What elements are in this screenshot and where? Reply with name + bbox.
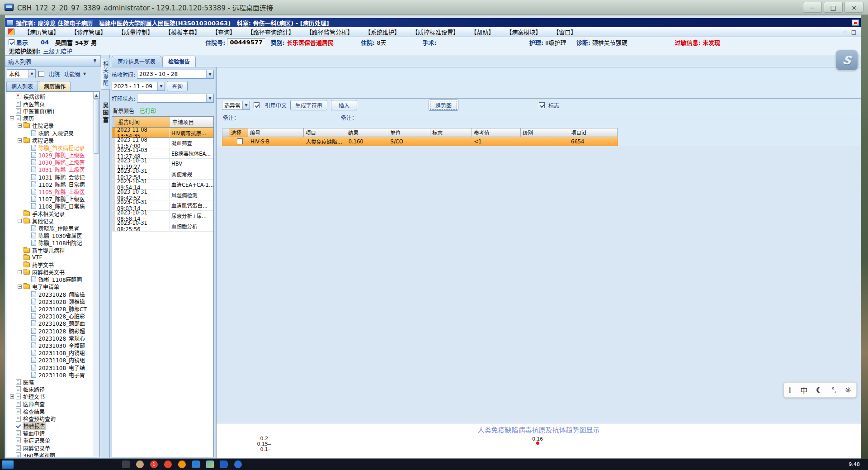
insert-button[interactable]: 插入 bbox=[331, 100, 357, 110]
tree-item[interactable]: −住院记录 bbox=[6, 122, 93, 129]
start-button-icon[interactable] bbox=[2, 461, 14, 469]
scroll-up-icon[interactable]: ▲ bbox=[93, 92, 99, 99]
result-column-header[interactable]: 项目 bbox=[304, 128, 346, 137]
tab-patient-list[interactable]: 病人列表 bbox=[6, 81, 38, 91]
taskbar-avatar-icon[interactable] bbox=[136, 461, 144, 468]
result-column-header[interactable]: 级别 bbox=[521, 128, 569, 137]
text-cursor-icon[interactable]: I bbox=[788, 385, 792, 395]
tree-item[interactable]: 医嘱 bbox=[6, 378, 93, 385]
date-to-picker[interactable]: 2023 - 11 - 09▼ bbox=[112, 82, 165, 91]
collapse-icon[interactable]: − bbox=[18, 285, 22, 289]
tree-item[interactable]: 钱彬_1108麻醉同 bbox=[6, 276, 93, 283]
menu-item[interactable]: 【质量控制】 bbox=[112, 28, 159, 36]
collapse-icon[interactable]: − bbox=[18, 138, 22, 142]
collapse-icon[interactable]: − bbox=[18, 123, 22, 128]
tree-item[interactable]: 重症记录单 bbox=[6, 437, 93, 444]
tree-item[interactable]: 20231028_颅脑磁 bbox=[6, 290, 93, 298]
pin-icon[interactable] bbox=[92, 58, 98, 64]
tree-item[interactable]: 1105_陈鹏_上级医 bbox=[6, 188, 93, 195]
mdi-minimize-icon[interactable]: ─ bbox=[843, 29, 846, 35]
result-column-header[interactable]: 单位 bbox=[388, 128, 430, 137]
date-from-picker[interactable]: 2023 - 10 - 28▼ bbox=[137, 70, 214, 79]
tree-item[interactable]: 检查预约查询 bbox=[6, 415, 93, 422]
tree-item[interactable]: 中医首页(新) bbox=[6, 107, 93, 114]
result-row[interactable]: HIV-S-B人类免疫缺陷...0.160S/CO<16654 bbox=[222, 137, 618, 146]
tree-item[interactable]: 手术相关记录 bbox=[6, 210, 93, 217]
mdi-restore-icon[interactable]: □ bbox=[851, 29, 856, 35]
result-column-header[interactable]: 编号 bbox=[248, 128, 304, 137]
menu-item[interactable]: 【系统维护】 bbox=[359, 28, 406, 36]
tab-lab-report[interactable]: 检验报告 bbox=[162, 56, 196, 67]
flag-checkbox[interactable] bbox=[539, 102, 545, 108]
print-status-select[interactable]: ▼ bbox=[137, 94, 214, 103]
menu-item[interactable]: 【窗口】 bbox=[547, 28, 582, 36]
request-item-header[interactable]: 申请项目 bbox=[170, 117, 213, 127]
result-column-header[interactable]: 选择 bbox=[229, 128, 248, 137]
collapse-icon[interactable]: − bbox=[10, 116, 14, 120]
tree-item[interactable]: 1102_陈鹏_日常病 bbox=[6, 180, 93, 188]
tree-item[interactable]: −病程记录 bbox=[6, 137, 93, 144]
generate-string-button[interactable]: 生成字符串 bbox=[290, 100, 327, 110]
department-select[interactable]: 本科▼ bbox=[7, 69, 36, 78]
tree-item[interactable]: 陈鹏_1108出院记 bbox=[6, 239, 93, 247]
tree-item[interactable]: 1108_陈鹏_日常病 bbox=[6, 203, 93, 210]
menu-item[interactable]: 【查询】 bbox=[206, 28, 241, 36]
menu-item[interactable]: 【路径查询统计】 bbox=[241, 28, 300, 36]
tree-item[interactable]: 临床路径 bbox=[6, 386, 93, 393]
tree-item[interactable]: 检查结果 bbox=[6, 408, 93, 415]
result-column-header[interactable]: 标志 bbox=[430, 128, 472, 137]
tab-record-ops[interactable]: 病历操作 bbox=[39, 81, 71, 91]
tree-item[interactable]: 1031_陈鹏_上级医 bbox=[6, 166, 93, 173]
tree-item[interactable]: 1029_陈鹏_上级医 bbox=[6, 152, 93, 159]
rdp-minimize-button[interactable]: − bbox=[803, 2, 822, 13]
ime-mode-chinese[interactable]: 中 bbox=[800, 385, 807, 395]
scrollbar-thumb[interactable] bbox=[94, 100, 99, 154]
tree-item[interactable]: 20231028_常规心 bbox=[6, 334, 93, 342]
tree-item[interactable]: 西医首页 bbox=[6, 100, 93, 107]
show-checkbox[interactable] bbox=[9, 39, 14, 45]
tree-item[interactable]: 陈鹏_1030省属医 bbox=[6, 232, 93, 239]
tree-item[interactable]: 20231030_全腹部 bbox=[6, 342, 93, 349]
related-reminder-vtab[interactable]: 相关提醒 bbox=[101, 58, 110, 90]
tree-item[interactable]: 陈鹏_首次病程记录 bbox=[6, 144, 93, 151]
app-restore-icon[interactable] bbox=[852, 19, 859, 26]
collapse-icon[interactable]: − bbox=[18, 219, 22, 223]
taskbar-app-icon[interactable] bbox=[178, 461, 186, 468]
report-time-header[interactable]: 报告时间 bbox=[115, 117, 170, 127]
tree-item[interactable]: 药学文书 bbox=[6, 261, 93, 268]
taskbar-app-icon[interactable] bbox=[220, 461, 228, 468]
tree-item[interactable]: 20231028_脑彩超 bbox=[6, 327, 93, 334]
tree-item[interactable]: 20231028_颈部血 bbox=[6, 320, 93, 327]
tree-item[interactable]: 20231028_肺部CT bbox=[6, 305, 93, 312]
taskbar-app-icon[interactable] bbox=[122, 461, 130, 468]
menu-item[interactable]: 【帮助】 bbox=[465, 28, 500, 36]
tree-item[interactable]: 疾病诊断 bbox=[6, 93, 93, 100]
rdp-close-button[interactable]: × bbox=[844, 2, 863, 13]
menu-item[interactable]: 【路径监管分析】 bbox=[300, 28, 359, 36]
tree-item[interactable]: 黄晓欣_住院患者 bbox=[6, 224, 93, 232]
gear-icon[interactable] bbox=[844, 386, 852, 394]
punctuation-icon[interactable]: °, bbox=[831, 386, 835, 394]
tree-item[interactable]: 20231108_内镜组 bbox=[6, 356, 93, 364]
tree-item[interactable]: −病历 bbox=[6, 115, 93, 122]
discharge-checkbox[interactable] bbox=[38, 71, 44, 77]
ime-toolbar[interactable]: I 中 °, bbox=[783, 382, 857, 398]
tree-item[interactable]: 1107_陈鹏_上级医 bbox=[6, 195, 93, 203]
tab-medical-info-list[interactable]: 医疗信息一览表 bbox=[112, 56, 161, 67]
taskbar-app-icon[interactable] bbox=[234, 461, 242, 468]
tree-item[interactable]: +护理文书 bbox=[6, 393, 93, 400]
result-column-header[interactable]: 参考值 bbox=[472, 128, 521, 137]
taskbar-app-icon[interactable] bbox=[164, 461, 172, 468]
menu-item[interactable]: 【病历管理】 bbox=[18, 28, 65, 36]
menu-item[interactable]: 【模板字典】 bbox=[159, 28, 206, 36]
tree-item[interactable]: 输血申请 bbox=[6, 430, 93, 437]
rdp-maximize-button[interactable]: □ bbox=[824, 2, 843, 13]
tree-item[interactable]: 360患者视图 bbox=[6, 451, 93, 457]
tree-item[interactable]: −麻醉相关文书 bbox=[6, 269, 93, 276]
tree-item[interactable]: 检验报告 bbox=[6, 422, 93, 429]
taskbar-badge-icon[interactable]: 1 bbox=[150, 461, 158, 468]
menu-item[interactable]: 【诊疗管理】 bbox=[65, 28, 112, 36]
tree-item[interactable]: 20231108_电子胃 bbox=[6, 371, 93, 378]
tree-item[interactable]: 新生婴儿病程 bbox=[6, 247, 93, 254]
tree-item[interactable]: −其他记录 bbox=[6, 217, 93, 224]
